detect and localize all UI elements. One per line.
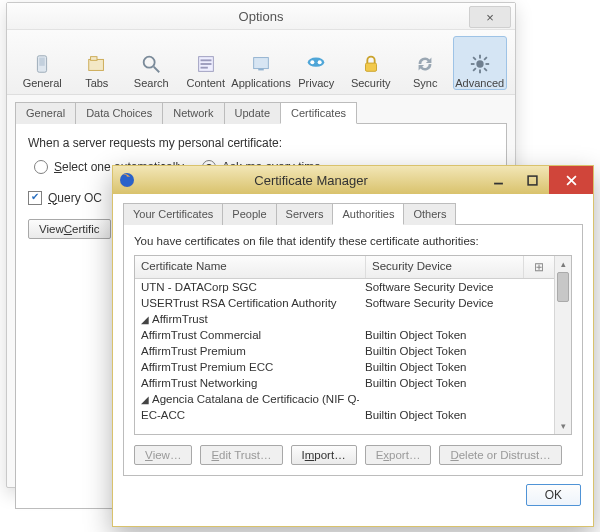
- svg-point-12: [308, 58, 325, 67]
- svg-point-4: [144, 57, 155, 68]
- subtab-datachoices[interactable]: Data Choices: [75, 102, 163, 124]
- cell-security-device: [359, 393, 554, 405]
- vertical-scrollbar[interactable]: ▴ ▾: [554, 256, 571, 434]
- svg-point-13: [311, 60, 315, 64]
- svg-line-5: [154, 67, 160, 73]
- table-row[interactable]: AffirmTrust CommercialBuiltin Object Tok…: [135, 327, 554, 343]
- cell-security-device: Builtin Object Token: [359, 345, 554, 357]
- cell-security-device: Builtin Object Token: [359, 329, 554, 341]
- expand-icon: ◢: [141, 394, 149, 405]
- tabs-icon: [84, 53, 110, 75]
- options-close-button[interactable]: ×: [469, 6, 511, 28]
- tree-group[interactable]: ◢AffirmTrust: [135, 311, 554, 327]
- cell-cert-name: AffirmTrust Commercial: [135, 329, 359, 341]
- toolbar-tabs[interactable]: Tabs: [70, 36, 125, 90]
- toolbar-label: Tabs: [85, 77, 108, 89]
- subtab-network[interactable]: Network: [162, 102, 224, 124]
- close-icon: ×: [486, 10, 494, 25]
- applications-icon: [248, 53, 274, 75]
- svg-rect-1: [40, 58, 46, 66]
- certtab-your[interactable]: Your Certificates: [123, 203, 223, 225]
- table-row[interactable]: AffirmTrust PremiumBuiltin Object Token: [135, 343, 554, 359]
- scroll-down-icon[interactable]: ▾: [555, 418, 571, 434]
- cell-cert-name: EC-ACC: [135, 409, 359, 421]
- cell-security-device: Builtin Object Token: [359, 409, 554, 421]
- close-button[interactable]: [549, 166, 593, 194]
- certmgr-titlebar[interactable]: Certificate Manager: [113, 166, 593, 194]
- svg-line-24: [473, 68, 476, 71]
- options-subtabs: GeneralData ChoicesNetworkUpdateCertific…: [15, 101, 507, 123]
- cell-security-device: Builtin Object Token: [359, 361, 554, 373]
- toolbar-label: Sync: [413, 77, 437, 89]
- svg-point-14: [318, 60, 322, 64]
- toolbar-applications[interactable]: Applications: [233, 36, 289, 90]
- toolbar-general[interactable]: General: [15, 36, 70, 90]
- certtab-others[interactable]: Others: [403, 203, 456, 225]
- authorities-button-row: View… Edit Trust… Import… Export… Delete…: [134, 445, 572, 465]
- general-icon: [29, 53, 55, 75]
- export-button[interactable]: Export…: [365, 445, 432, 465]
- toolbar-advanced[interactable]: Advanced: [453, 36, 508, 90]
- cell-security-device: Software Security Device: [359, 281, 554, 293]
- options-titlebar: Options ×: [7, 3, 515, 30]
- cell-cert-name: UTN - DATACorp SGC: [135, 281, 359, 293]
- column-security-device[interactable]: Security Device: [366, 256, 523, 278]
- view-certificates-button[interactable]: View Certific: [28, 219, 111, 239]
- cell-cert-name: AffirmTrust Premium: [135, 345, 359, 357]
- options-toolbar: GeneralTabsSearchContentApplicationsPriv…: [7, 30, 515, 95]
- column-cert-name[interactable]: Certificate Name: [135, 256, 366, 278]
- table-row[interactable]: AffirmTrust Premium ECCBuiltin Object To…: [135, 359, 554, 375]
- toolbar-label: Advanced: [455, 77, 504, 89]
- svg-rect-8: [200, 63, 211, 65]
- import-button[interactable]: Import…: [291, 445, 357, 465]
- certtab-people[interactable]: People: [222, 203, 276, 225]
- cell-cert-name: ◢AffirmTrust: [135, 313, 359, 325]
- cell-cert-name: USERTrust RSA Certification Authority: [135, 297, 359, 309]
- table-row[interactable]: EC-ACCBuiltin Object Token: [135, 407, 554, 423]
- cell-cert-name: AffirmTrust Premium ECC: [135, 361, 359, 373]
- column-picker-icon[interactable]: ⊞: [523, 256, 554, 278]
- toolbar-security[interactable]: Security: [344, 36, 399, 90]
- toolbar-label: Applications: [231, 77, 290, 89]
- tree-group[interactable]: ◢Agencia Catalana de Certificacio (NIF Q…: [135, 391, 554, 407]
- svg-rect-27: [528, 176, 537, 185]
- certtab-servers[interactable]: Servers: [276, 203, 334, 225]
- svg-rect-7: [200, 59, 211, 61]
- personal-cert-prompt: When a server requests my personal certi…: [28, 136, 494, 150]
- edit-trust-button[interactable]: Edit Trust…: [200, 445, 282, 465]
- minimize-button[interactable]: [481, 166, 515, 194]
- svg-point-16: [476, 60, 483, 67]
- checkbox-icon: [28, 191, 42, 205]
- svg-rect-11: [258, 69, 264, 71]
- table-row[interactable]: USERTrust RSA Certification AuthoritySof…: [135, 295, 554, 311]
- delete-distrust-button[interactable]: Delete or Distrust…: [439, 445, 561, 465]
- subtab-certificates[interactable]: Certificates: [280, 102, 357, 124]
- svg-rect-26: [494, 182, 503, 184]
- scroll-up-icon[interactable]: ▴: [555, 256, 571, 272]
- advanced-icon: [467, 53, 493, 75]
- toolbar-label: Security: [351, 77, 391, 89]
- view-button[interactable]: View…: [134, 445, 192, 465]
- maximize-button[interactable]: [515, 166, 549, 194]
- expand-icon: ◢: [141, 314, 149, 325]
- subtab-update[interactable]: Update: [224, 102, 281, 124]
- certificate-manager-window: Certificate Manager Your CertificatesPeo…: [112, 165, 594, 527]
- firefox-icon: [119, 172, 135, 188]
- svg-rect-9: [200, 67, 207, 69]
- authorities-description: You have certificates on file that ident…: [134, 235, 572, 247]
- table-row[interactable]: AffirmTrust NetworkingBuiltin Object Tok…: [135, 375, 554, 391]
- privacy-icon: [303, 53, 329, 75]
- security-icon: [358, 53, 384, 75]
- search-icon: [138, 53, 164, 75]
- query-ocsp-checkbox[interactable]: Query OC: [28, 191, 102, 205]
- certtab-authorities[interactable]: Authorities: [332, 203, 404, 225]
- ok-button[interactable]: OK: [526, 484, 581, 506]
- toolbar-search[interactable]: Search: [124, 36, 179, 90]
- subtab-general[interactable]: General: [15, 102, 76, 124]
- table-row[interactable]: UTN - DATACorp SGCSoftware Security Devi…: [135, 279, 554, 295]
- toolbar-privacy[interactable]: Privacy: [289, 36, 344, 90]
- toolbar-content[interactable]: Content: [179, 36, 234, 90]
- toolbar-label: Privacy: [298, 77, 334, 89]
- scroll-thumb[interactable]: [557, 272, 569, 302]
- toolbar-sync[interactable]: Sync: [398, 36, 453, 90]
